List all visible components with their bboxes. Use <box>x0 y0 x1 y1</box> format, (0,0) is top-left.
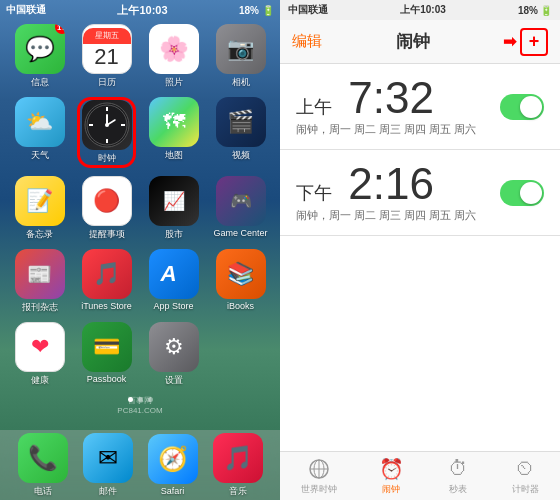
svg-text:A: A <box>159 261 176 286</box>
app-passbook[interactable]: 💳 Passbook <box>77 322 136 387</box>
left-time: 上午10:03 <box>117 3 167 18</box>
app-reminders[interactable]: 🔴 提醒事项 <box>77 176 136 241</box>
stopwatch-icon: ⏱ <box>446 457 470 481</box>
app-notes-label: 备忘录 <box>26 228 53 241</box>
app-stocks-label: 股市 <box>165 228 183 241</box>
app-clock-label: 时钟 <box>98 152 116 165</box>
dock-safari-label: Safari <box>161 486 185 496</box>
tab-timer[interactable]: ⏲ 计时器 <box>512 457 539 496</box>
app-maps[interactable]: 🗺 地图 <box>144 97 203 168</box>
alarm-1-period: 上午 <box>296 97 332 117</box>
right-carrier: 中国联通 <box>288 3 328 17</box>
alarm-add-button[interactable]: + <box>520 28 548 56</box>
app-health[interactable]: ❤ 健康 <box>10 322 69 387</box>
alarm-item-2[interactable]: 下午 2:16 闹钟，周一 周二 周三 周四 周五 周六 <box>280 150 560 236</box>
dock-music[interactable]: 🎵 音乐 <box>213 433 263 498</box>
right-time: 上午10:03 <box>400 3 446 17</box>
app-notes[interactable]: 📝 备忘录 <box>10 176 69 241</box>
messages-badge: 17 <box>55 24 65 34</box>
add-icon: + <box>529 31 540 52</box>
app-appstore-label: App Store <box>153 301 193 311</box>
dock-mail[interactable]: ✉ 邮件 <box>83 433 133 498</box>
tab-alarm-label: 闹钟 <box>382 483 400 496</box>
alarm-2-time-block: 下午 2:16 闹钟，周一 周二 周三 周四 周五 周六 <box>296 162 476 223</box>
left-phone-screen: 中国联通 上午10:03 18% 🔋 💬 17 信息 星期五 21 日历 <box>0 0 280 500</box>
timer-icon: ⏲ <box>513 457 537 481</box>
app-clock[interactable]: 时钟 <box>77 97 136 168</box>
app-magazine[interactable]: 📰 报刊杂志 <box>10 249 69 314</box>
app-camera[interactable]: 📷 相机 <box>211 24 270 89</box>
app-stocks[interactable]: 📈 股市 <box>144 176 203 241</box>
alarm-list: 上午 7:32 闹钟，周一 周二 周三 周四 周五 周六 下午 2:16 闹钟，… <box>280 64 560 451</box>
tab-alarm[interactable]: ⏰ 闹钟 <box>379 457 403 496</box>
left-status-left: 中国联通 <box>6 3 46 17</box>
app-photos-label: 照片 <box>165 76 183 89</box>
nav-right-area: ➡ + <box>503 28 548 56</box>
svg-point-8 <box>105 123 109 127</box>
alarm-2-toggle[interactable] <box>500 180 544 206</box>
right-battery-pct: 18% <box>518 5 538 16</box>
tab-stopwatch-label: 秒表 <box>449 483 467 496</box>
app-photos[interactable]: 🌸 照片 <box>144 24 203 89</box>
app-videos-label: 视频 <box>232 149 250 162</box>
tab-worldclock-label: 世界时钟 <box>301 483 337 496</box>
app-calendar[interactable]: 星期五 21 日历 <box>77 24 136 89</box>
alarm-item-1[interactable]: 上午 7:32 闹钟，周一 周二 周三 周四 周五 周六 <box>280 64 560 150</box>
app-weather[interactable]: ⛅ 天气 <box>10 97 69 168</box>
app-ibooks[interactable]: 📚 iBooks <box>211 249 270 314</box>
app-reminders-label: 提醒事项 <box>89 228 125 241</box>
dock-mail-label: 邮件 <box>99 485 117 498</box>
app-ibooks-label: iBooks <box>227 301 254 311</box>
right-battery-icon: 🔋 <box>540 5 552 16</box>
battery-icon: 🔋 <box>262 5 274 16</box>
left-status-bar: 中国联通 上午10:03 18% 🔋 <box>0 0 280 20</box>
right-status-bar: 中国联通 上午10:03 18% 🔋 <box>280 0 560 20</box>
tab-bar: 世界时钟 ⏰ 闹钟 ⏱ 秒表 ⏲ 计时器 <box>280 451 560 500</box>
app-settings[interactable]: ⚙ 设置 <box>144 322 203 387</box>
dock: 📞 电话 ✉ 邮件 🧭 Safari 🎵 音乐 <box>0 430 280 500</box>
watermark: 百事网PC841.COM <box>117 395 162 415</box>
battery-text: 18% <box>239 5 259 16</box>
alarm-1-time-block: 上午 7:32 闹钟，周一 周二 周三 周四 周五 周六 <box>296 76 476 137</box>
alarm-tab-icon: ⏰ <box>379 457 403 481</box>
app-gamecenter-label: Game Center <box>213 228 267 238</box>
alarm-1-digits: 7:32 <box>348 73 434 122</box>
app-magazine-label: 报刊杂志 <box>22 301 58 314</box>
app-maps-label: 地图 <box>165 149 183 162</box>
app-itunes-label: iTunes Store <box>81 301 132 311</box>
tab-stopwatch[interactable]: ⏱ 秒表 <box>446 457 470 496</box>
dock-phone[interactable]: 📞 电话 <box>18 433 68 498</box>
app-messages[interactable]: 💬 17 信息 <box>10 24 69 89</box>
dock-phone-label: 电话 <box>34 485 52 498</box>
right-phone-screen: 中国联通 上午10:03 18% 🔋 编辑 闹钟 ➡ + 上午 7:32 闹钟，… <box>280 0 560 500</box>
right-battery: 18% 🔋 <box>518 5 552 16</box>
app-settings-label: 设置 <box>165 374 183 387</box>
app-messages-label: 信息 <box>31 76 49 89</box>
left-status-right: 18% 🔋 <box>239 5 274 16</box>
alarm-2-digits: 2:16 <box>348 159 434 208</box>
app-grid: 💬 17 信息 星期五 21 日历 🌸 照片 📷 相机 <box>0 20 280 391</box>
carrier-text: 中国联通 <box>6 3 46 17</box>
app-appstore[interactable]: A App Store <box>144 249 203 314</box>
add-arrow-icon: ➡ <box>503 32 516 51</box>
app-videos[interactable]: 🎬 视频 <box>211 97 270 168</box>
alarm-1-toggle[interactable] <box>500 94 544 120</box>
alarm-2-time: 下午 2:16 <box>296 162 476 206</box>
alarm-2-period: 下午 <box>296 183 332 203</box>
app-passbook-label: Passbook <box>87 374 127 384</box>
app-gamecenter[interactable]: 🎮 Game Center <box>211 176 270 241</box>
alarm-edit-button[interactable]: 编辑 <box>292 32 322 51</box>
app-health-label: 健康 <box>31 374 49 387</box>
alarm-nav: 编辑 闹钟 ➡ + <box>280 20 560 64</box>
dock-music-label: 音乐 <box>229 485 247 498</box>
alarm-2-desc: 闹钟，周一 周二 周三 周四 周五 周六 <box>296 208 476 223</box>
tab-timer-label: 计时器 <box>512 483 539 496</box>
app-camera-label: 相机 <box>232 76 250 89</box>
app-itunes[interactable]: 🎵 iTunes Store <box>77 249 136 314</box>
app-calendar-label: 日历 <box>98 76 116 89</box>
alarm-title: 闹钟 <box>396 30 430 53</box>
dock-safari[interactable]: 🧭 Safari <box>148 434 198 496</box>
alarm-1-desc: 闹钟，周一 周二 周三 周四 周五 周六 <box>296 122 476 137</box>
app-weather-label: 天气 <box>31 149 49 162</box>
tab-worldclock[interactable]: 世界时钟 <box>301 457 337 496</box>
